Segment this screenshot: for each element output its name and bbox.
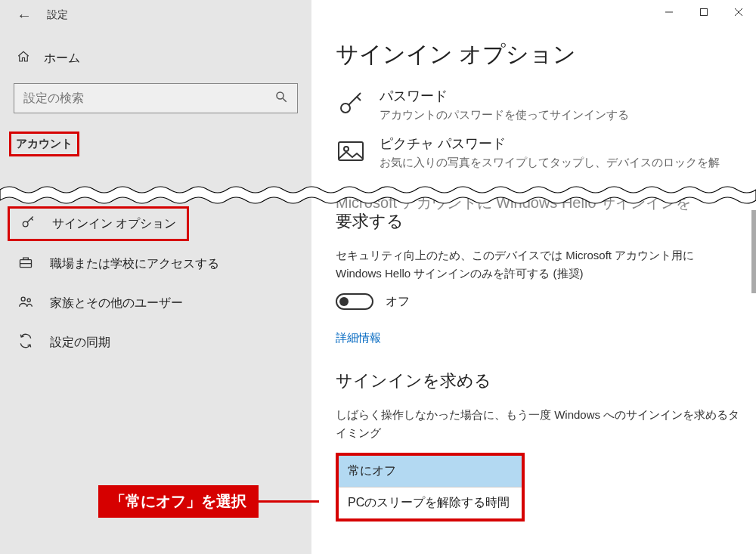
window-title: 設定 [47,8,68,22]
sidebar-home[interactable]: ホーム [0,44,311,77]
scrollbar[interactable] [751,210,756,293]
require-signin-heading: サインインを求める [336,370,741,392]
hello-body: セキュリティ向上のため、このデバイスでは Microsoft アカウント用に W… [336,246,741,283]
more-info-link[interactable]: 詳細情報 [336,331,381,345]
option-desc: お気に入りの写真をスワイプしてタップし、デバイスのロックを解 [380,154,720,170]
annotation-callout: 「常にオフ」を選択 [98,485,319,518]
require-signin-body: しばらく操作しなかった場合に、もう一度 Windows へのサインインを求めるタ… [336,406,741,442]
sidebar-item-label: 職場または学校にアクセスする [50,256,219,272]
hello-heading: 要求する [336,210,741,233]
search-input[interactable] [23,91,268,105]
svg-rect-1 [701,9,708,16]
callout-line [259,500,319,503]
sidebar-item-signin-options[interactable]: サインイン オプション [10,209,187,239]
hello-toggle[interactable] [336,293,373,310]
back-button[interactable]: ← [17,8,32,23]
key-icon [20,215,36,233]
signin-timing-dropdown[interactable]: 常にオフ PCのスリープを解除する時間 [336,453,525,522]
sidebar-item-sync-settings[interactable]: 設定の同期 [0,323,311,362]
maximize-button[interactable] [686,0,721,24]
sidebar-category-account[interactable]: アカウント [9,132,79,156]
sidebar-item-label: 設定の同期 [50,335,110,351]
sidebar-home-label: ホーム [44,51,80,67]
svg-point-9 [21,297,25,301]
home-icon [17,50,30,67]
key-icon [336,87,366,122]
svg-point-6 [23,221,28,227]
dropdown-option-always-off[interactable]: 常にオフ [339,456,522,487]
svg-point-10 [27,299,30,302]
people-icon [18,294,33,312]
sidebar-item-signin-options-highlight: サインイン オプション [8,206,189,241]
option-desc: アカウントのパスワードを使ってサインインする [380,107,629,122]
svg-point-4 [277,92,284,99]
option-title: ピクチャ パスワード [380,135,720,153]
option-password[interactable]: パスワード アカウントのパスワードを使ってサインインする [336,87,741,122]
sidebar: ホーム アカウント サインイン オプション 職場 [0,0,311,554]
picture-icon [336,135,366,169]
sidebar-item-label: サインイン オプション [52,216,176,232]
page-title: サインイン オプション [336,39,741,70]
search-icon [274,90,288,107]
search-box[interactable] [14,83,298,113]
svg-line-5 [283,98,287,102]
svg-point-13 [344,147,349,151]
briefcase-icon [18,255,33,273]
sync-icon [18,333,33,351]
callout-label: 「常にオフ」を選択 [98,485,259,518]
dropdown-option-wake-from-sleep[interactable]: PCのスリープを解除する時間 [339,487,522,518]
option-picture-password[interactable]: ピクチャ パスワード お気に入りの写真をスワイプしてタップし、デバイスのロックを… [336,135,741,170]
close-button[interactable] [721,0,756,24]
sidebar-item-work-school[interactable]: 職場または学校にアクセスする [0,244,311,283]
svg-rect-12 [339,142,363,160]
content-pane: サインイン オプション パスワード アカウントのパスワードを使ってサインインする… [311,0,756,554]
sidebar-item-family-users[interactable]: 家族とその他のユーザー [0,283,311,323]
titlebar: ← 設定 [0,0,756,30]
toggle-label: オフ [386,294,410,310]
minimize-button[interactable] [652,0,686,24]
sidebar-item-label: 家族とその他のユーザー [50,296,183,311]
option-title: パスワード [380,87,629,105]
